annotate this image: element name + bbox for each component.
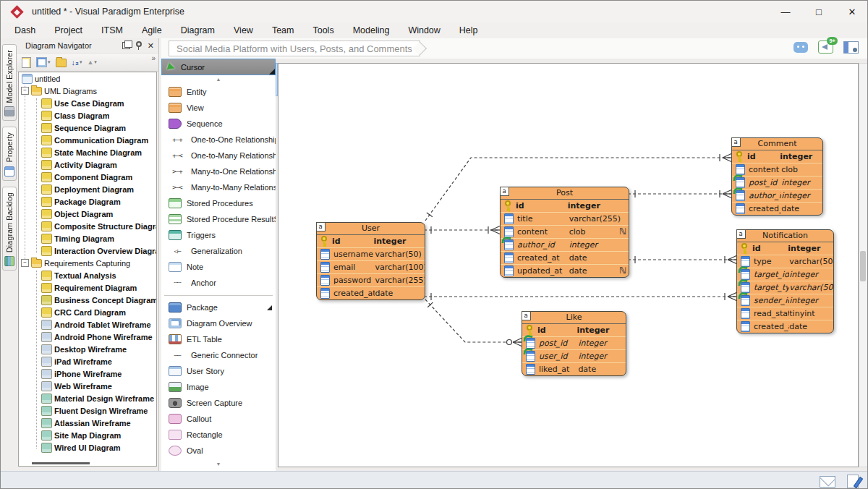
tree-item-deployment-diagram[interactable]: Deployment Diagram (19, 183, 156, 195)
entity-column-sender-id[interactable]: sender_idinteger (737, 294, 833, 307)
title-bar[interactable]: untitled * - Visual Paradigm Enterprise … (1, 1, 868, 23)
menu-view[interactable]: View (224, 24, 263, 37)
tree-item-object-diagram[interactable]: Object Diagram (19, 208, 156, 220)
vp-assistant-icon[interactable] (793, 42, 808, 53)
diagram-tree[interactable]: untitled−UML DiagramsUse Case DiagramCla… (18, 72, 157, 467)
palette-item-callout[interactable]: Callout (161, 411, 276, 427)
entity-column-password[interactable]: passwordvarchar(255) (317, 273, 425, 286)
entity-column-id[interactable]: idinteger (501, 200, 629, 212)
menu-help[interactable]: Help (450, 24, 488, 37)
canvas-vertical-scrollbar[interactable] (859, 63, 868, 467)
connector-user-like[interactable] (425, 299, 522, 342)
palette-item-sequence[interactable]: Sequence (161, 116, 276, 132)
diagram-canvas[interactable]: aUseridintegerusernamevarchar(50)emailva… (278, 63, 859, 467)
palette-item-view[interactable]: View (161, 100, 276, 116)
entity-column-post-id[interactable]: post_idinteger (732, 176, 822, 189)
collapse-node-icon[interactable]: − (21, 87, 29, 95)
breadcrumb[interactable]: Social Media Platform with Users, Posts,… (169, 41, 420, 56)
entity-post[interactable]: aPostidintegertitlevarchar(255)contentcl… (500, 187, 629, 278)
tree-item-desktop-wireframe[interactable]: Desktop Wireframe (19, 343, 156, 355)
entity-column-title[interactable]: titlevarchar(255) (501, 212, 629, 225)
tree-item-atlassian-wireframe[interactable]: Atlassian Wireframe (19, 417, 156, 429)
tree-item-business-concept-diagram[interactable]: Business Concept Diagram (19, 294, 156, 306)
menu-modeling[interactable]: Modeling (344, 24, 399, 37)
tree-item-android-phone-wireframe[interactable]: Android Phone Wireframe (19, 331, 156, 343)
entity-column-created-at[interactable]: created_atdate (732, 202, 822, 215)
entity-column-created-at[interactable]: created_atdate (737, 320, 833, 333)
tree-item-fluent-design-wireframe[interactable]: Fluent Design Wireframe (19, 404, 156, 417)
tree-item-communication-diagram[interactable]: Communication Diagram (19, 134, 156, 146)
model-structure-button[interactable]: ▾ (35, 56, 52, 69)
collapse-node-icon[interactable]: − (21, 259, 29, 267)
palette-item-rectangle[interactable]: Rectangle (161, 427, 276, 443)
entity-column-created-at[interactable]: created_atdate (317, 286, 425, 299)
tree-item-android-tablet-wireframe[interactable]: Android Tablet Wireframe (19, 318, 156, 331)
tree-item-uml-diagrams[interactable]: −UML Diagrams (19, 85, 156, 97)
toolbar-overflow-icon[interactable]: » (151, 54, 156, 62)
entity-column-id[interactable]: idinteger (737, 242, 833, 255)
menu-agile[interactable]: Agile (132, 24, 171, 37)
tab-diagram-backlog[interactable]: Diagram Backlog (2, 187, 17, 271)
menu-team[interactable]: Team (263, 24, 304, 37)
open-folder-button[interactable] (54, 56, 68, 69)
edit-diagram-icon[interactable] (847, 475, 859, 488)
mail-icon[interactable] (820, 476, 835, 488)
palette-scroll-up[interactable]: ▲ (161, 75, 276, 84)
tree-item-composite-structure-diagram[interactable]: Composite Structure Diagram (19, 220, 156, 232)
float-panel-icon[interactable] (122, 42, 130, 49)
tree-item-crc-card-diagram[interactable]: CRC Card Diagram (19, 306, 156, 318)
tree-item-iphone-wireframe[interactable]: iPhone Wireframe (19, 367, 156, 380)
tree-item-interaction-overview-diagram[interactable]: Interaction Overview Diagram (19, 244, 156, 257)
entity-column-user-id[interactable]: user_idinteger (522, 349, 626, 362)
entity-column-author-id[interactable]: author_idinteger (501, 238, 629, 251)
tree-item-wired-ui-diagram[interactable]: Wired UI Diagram (19, 441, 156, 454)
close-panel-icon[interactable]: ✕ (148, 42, 154, 50)
palette-item-etl-table[interactable]: ETL Table (161, 331, 276, 347)
palette-item-screen-capture[interactable]: Screen Capture (161, 395, 276, 411)
announcements-icon[interactable]: 9+ (818, 41, 833, 54)
tree-item-material-design-wireframe[interactable]: Material Design Wireframe (19, 392, 156, 404)
entity-column-updated-at[interactable]: updated_atdateℕ (501, 264, 629, 277)
entity-column-username[interactable]: usernamevarchar(50) (317, 247, 425, 260)
tree-item-state-machine-diagram[interactable]: State Machine Diagram (19, 146, 156, 158)
scrollbar-thumb[interactable] (860, 251, 866, 281)
palette-item-cursor[interactable]: Cursor (161, 59, 276, 75)
menu-dash[interactable]: Dash (5, 24, 45, 37)
palette-item-one-to-many-relationship[interactable]: +–<One-to-Many Relationship (161, 148, 276, 163)
menu-itsm[interactable]: ITSM (92, 24, 132, 37)
maximize-button[interactable]: □ (802, 1, 835, 22)
close-button[interactable]: ✕ (835, 1, 868, 22)
entity-column-id[interactable]: idinteger (522, 324, 626, 336)
palette-item-triggers[interactable]: Triggers (161, 227, 276, 243)
palette-item-package[interactable]: Package (161, 299, 276, 315)
entity-column-created-at[interactable]: created_atdate (501, 251, 629, 264)
entity-column-id[interactable]: idinteger (732, 150, 822, 163)
entity-column-type[interactable]: typevarchar(50) (737, 255, 833, 268)
sort-diagrams-button[interactable]: ↓₂▾ (70, 57, 84, 68)
tree-item-activity-diagram[interactable]: Activity Diagram (19, 158, 156, 171)
menu-project[interactable]: Project (45, 24, 92, 37)
menu-diagram[interactable]: Diagram (171, 24, 224, 37)
entity-column-target-type[interactable]: target_typevarchar(50) (737, 281, 833, 294)
tree-item-sequence-diagram[interactable]: Sequence Diagram (19, 122, 156, 134)
palette-item-many-to-one-relationship[interactable]: >–+Many-to-One Relationship (161, 163, 276, 179)
palette-item-anchor[interactable]: ┄┄Anchor (161, 275, 276, 291)
palette-item-one-to-one-relationship[interactable]: +–+One-to-One Relationship (161, 132, 276, 148)
entity-column-email[interactable]: emailvarchar(100) (317, 260, 425, 273)
palette-scroll-down[interactable]: ▼ (161, 460, 276, 469)
new-diagram-button[interactable] (20, 56, 33, 69)
palette-item-diagram-overview[interactable]: Diagram Overview (161, 315, 276, 331)
entity-notification[interactable]: aNotificationidintegertypevarchar(50)tar… (736, 229, 834, 333)
entity-like[interactable]: aLikeidintegerpost_idintegeruser_idinteg… (522, 311, 626, 376)
tree-horizontal-scrollbar[interactable] (32, 462, 90, 464)
palette-item-generalization[interactable]: ◁—Generalization (161, 243, 276, 259)
entity-column-content[interactable]: contentclobℕ (501, 225, 629, 238)
palette-item-oval[interactable]: Oval (161, 443, 276, 459)
tree-item-use-case-diagram[interactable]: Use Case Diagram (19, 97, 156, 109)
palette-item-generic-connector[interactable]: ——Generic Connector (161, 347, 276, 363)
menu-tools[interactable]: Tools (303, 24, 343, 37)
show-panel-icon[interactable] (843, 41, 859, 54)
tree-item-ipad-wireframe[interactable]: iPad Wireframe (19, 355, 156, 367)
tree-item-untitled[interactable]: untitled (19, 72, 156, 85)
palette-item-image[interactable]: Image (161, 379, 276, 395)
